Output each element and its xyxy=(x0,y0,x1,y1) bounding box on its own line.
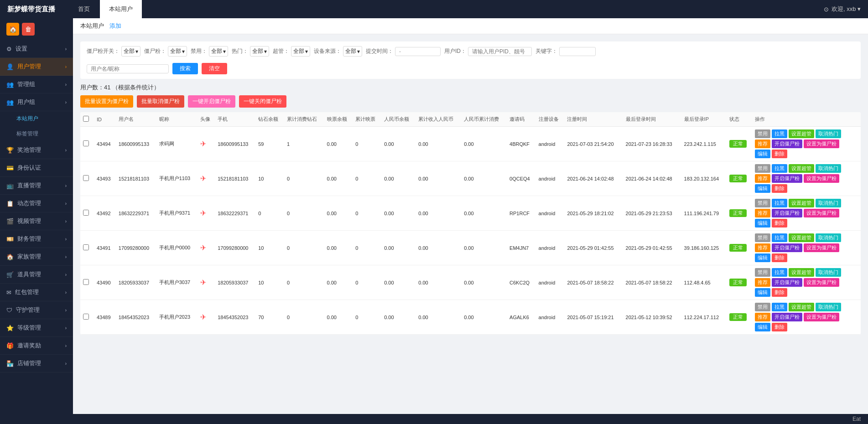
action-编辑-btn[interactable]: 编辑 xyxy=(755,323,770,331)
action-推荐-btn[interactable]: 推荐 xyxy=(755,278,770,287)
sidebar-item-user-management[interactable]: 👤 用户管理 › xyxy=(0,58,73,76)
super-select[interactable]: 全部 ▾ xyxy=(291,46,310,57)
action-设置超管-btn[interactable]: 设置超管 xyxy=(789,129,814,138)
hot-select[interactable]: 全部 ▾ xyxy=(250,46,269,57)
select-all-checkbox[interactable] xyxy=(83,116,89,122)
row-checkbox[interactable] xyxy=(83,210,89,216)
action-设置超管-btn[interactable]: 设置超管 xyxy=(789,233,814,242)
action-推荐-btn[interactable]: 推荐 xyxy=(755,313,770,321)
action-设置为僵尸粉-btn[interactable]: 设置为僵尸粉 xyxy=(804,174,839,183)
action-编辑-btn[interactable]: 编辑 xyxy=(755,288,770,297)
action-取消热门-btn[interactable]: 取消热门 xyxy=(816,129,841,138)
action-禁用-btn[interactable]: 禁用 xyxy=(755,268,770,277)
action-取消热门-btn[interactable]: 取消热门 xyxy=(816,233,841,242)
action-拉黑-btn[interactable]: 拉黑 xyxy=(772,268,787,277)
page-tab-add[interactable]: 添加 xyxy=(109,22,121,30)
sidebar-item-props[interactable]: 🛒 道具管理 › xyxy=(0,266,73,284)
action-取消热门-btn[interactable]: 取消热门 xyxy=(816,199,841,207)
sidebar-item-level[interactable]: ⭐ 等级管理 › xyxy=(0,319,73,337)
row-checkbox[interactable] xyxy=(83,314,89,320)
action-取消热门-btn[interactable]: 取消热门 xyxy=(816,303,841,311)
sidebar-item-dynamic[interactable]: 📋 动态管理 › xyxy=(0,195,73,212)
action-设置超管-btn[interactable]: 设置超管 xyxy=(789,303,814,311)
clear-button[interactable]: 清空 xyxy=(202,63,227,74)
action-删除-btn[interactable]: 删除 xyxy=(772,288,787,297)
action-删除-btn[interactable]: 删除 xyxy=(772,253,787,262)
action-设置超管-btn[interactable]: 设置超管 xyxy=(789,268,814,277)
nav-tab-users[interactable]: 本站用户 xyxy=(100,0,142,18)
action-开启僵尸粉-btn[interactable]: 开启僵尸粉 xyxy=(772,209,802,217)
action-删除-btn[interactable]: 删除 xyxy=(772,219,787,228)
sidebar-sub-item-site-users[interactable]: 本站用户 xyxy=(0,111,73,126)
row-checkbox[interactable] xyxy=(83,140,89,146)
delete-button[interactable]: 🗑 xyxy=(22,23,35,36)
sidebar-item-live[interactable]: 📺 直播管理 › xyxy=(0,177,73,195)
action-拉黑-btn[interactable]: 拉黑 xyxy=(772,199,787,207)
action-设置为僵尸粉-btn[interactable]: 设置为僵尸粉 xyxy=(804,313,839,321)
action-开启僵尸粉-btn[interactable]: 开启僵尸粉 xyxy=(772,278,802,287)
bulk-set-zombie-btn[interactable]: 批量设置为僵尸粉 xyxy=(80,95,133,108)
action-推荐-btn[interactable]: 推荐 xyxy=(755,209,770,217)
action-禁用-btn[interactable]: 禁用 xyxy=(755,164,770,173)
home-button[interactable]: 🏠 xyxy=(6,23,19,36)
action-设置为僵尸粉-btn[interactable]: 设置为僵尸粉 xyxy=(804,243,839,252)
sidebar-item-guardian[interactable]: 🛡 守护管理 › xyxy=(0,301,73,319)
bulk-disable-zombie-btn[interactable]: 一键关闭僵尸粉 xyxy=(239,95,286,108)
sidebar-item-invite[interactable]: 🎁 邀请奖励 › xyxy=(0,337,73,355)
action-禁用-btn[interactable]: 禁用 xyxy=(755,129,770,138)
sidebar-item-family[interactable]: 🏠 家族管理 › xyxy=(0,248,73,266)
action-推荐-btn[interactable]: 推荐 xyxy=(755,140,770,148)
action-设置超管-btn[interactable]: 设置超管 xyxy=(789,164,814,173)
row-checkbox[interactable] xyxy=(83,175,89,181)
fan-switch-select[interactable]: 全部 ▾ xyxy=(121,46,140,57)
row-checkbox[interactable] xyxy=(83,279,89,285)
sidebar-item-settings[interactable]: ⚙ 设置 › xyxy=(0,40,73,58)
username-input[interactable] xyxy=(87,64,169,73)
sidebar-item-user-group[interactable]: 👥 用户组 › xyxy=(0,93,73,111)
action-设置为僵尸粉-btn[interactable]: 设置为僵尸粉 xyxy=(804,140,839,148)
action-编辑-btn[interactable]: 编辑 xyxy=(755,219,770,228)
action-禁用-btn[interactable]: 禁用 xyxy=(755,233,770,242)
action-设置为僵尸粉-btn[interactable]: 设置为僵尸粉 xyxy=(804,209,839,217)
action-开启僵尸粉-btn[interactable]: 开启僵尸粉 xyxy=(772,313,802,321)
action-编辑-btn[interactable]: 编辑 xyxy=(755,150,770,158)
sidebar-item-admin-group[interactable]: 👥 管理组 › xyxy=(0,76,73,93)
row-checkbox[interactable] xyxy=(83,244,89,250)
sidebar-item-identity[interactable]: 💳 身份认证 xyxy=(0,159,73,177)
action-删除-btn[interactable]: 删除 xyxy=(772,323,787,331)
sidebar-item-prize-pool[interactable]: 🏆 奖池管理 › xyxy=(0,141,73,159)
action-开启僵尸粉-btn[interactable]: 开启僵尸粉 xyxy=(772,140,802,148)
action-开启僵尸粉-btn[interactable]: 开启僵尸粉 xyxy=(772,174,802,183)
action-拉黑-btn[interactable]: 拉黑 xyxy=(772,129,787,138)
device-select[interactable]: 全部 ▾ xyxy=(343,46,362,57)
bulk-cancel-zombie-btn[interactable]: 批量取消僵尸粉 xyxy=(137,95,184,108)
keyword-input[interactable] xyxy=(559,47,596,56)
sidebar-sub-item-tag-mgmt[interactable]: 标签管理 xyxy=(0,126,73,141)
action-禁用-btn[interactable]: 禁用 xyxy=(755,303,770,311)
action-取消热门-btn[interactable]: 取消热门 xyxy=(816,164,841,173)
uid-input[interactable] xyxy=(468,47,532,56)
submit-date-input[interactable]: - xyxy=(395,47,441,56)
fan-select[interactable]: 全部 ▾ xyxy=(168,46,187,57)
action-推荐-btn[interactable]: 推荐 xyxy=(755,174,770,183)
action-删除-btn[interactable]: 删除 xyxy=(772,150,787,158)
action-开启僵尸粉-btn[interactable]: 开启僵尸粉 xyxy=(772,243,802,252)
action-推荐-btn[interactable]: 推荐 xyxy=(755,243,770,252)
action-编辑-btn[interactable]: 编辑 xyxy=(755,253,770,262)
action-设置为僵尸粉-btn[interactable]: 设置为僵尸粉 xyxy=(804,278,839,287)
nav-tab-home[interactable]: 首页 xyxy=(69,0,99,18)
action-拉黑-btn[interactable]: 拉黑 xyxy=(772,233,787,242)
action-编辑-btn[interactable]: 编辑 xyxy=(755,184,770,193)
sidebar-item-video[interactable]: 🎬 视频管理 › xyxy=(0,212,73,230)
action-拉黑-btn[interactable]: 拉黑 xyxy=(772,303,787,311)
search-button[interactable]: 搜索 xyxy=(172,63,198,74)
sidebar-item-store[interactable]: 🏪 店铺管理 › xyxy=(0,355,73,372)
sidebar-item-redpack[interactable]: ✉ 红包管理 › xyxy=(0,284,73,301)
bulk-enable-zombie-btn[interactable]: 一键开启僵尸粉 xyxy=(188,95,235,108)
action-取消热门-btn[interactable]: 取消热门 xyxy=(816,268,841,277)
ban-select[interactable]: 全部 ▾ xyxy=(209,46,228,57)
action-设置超管-btn[interactable]: 设置超管 xyxy=(789,199,814,207)
sidebar-item-finance[interactable]: 💴 财务管理 › xyxy=(0,230,73,248)
page-tab-site-users[interactable]: 本站用户 xyxy=(80,22,104,30)
action-拉黑-btn[interactable]: 拉黑 xyxy=(772,164,787,173)
